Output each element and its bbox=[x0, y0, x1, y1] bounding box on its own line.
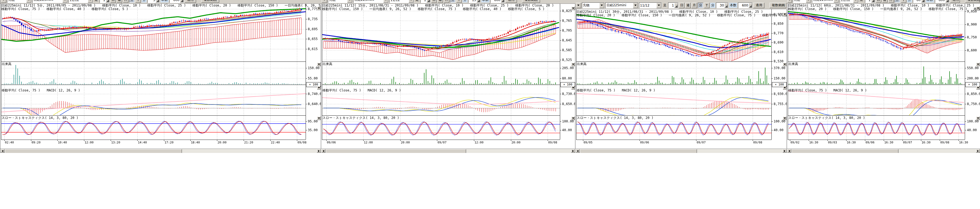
pane-collapse-button[interactable] bbox=[317, 6, 321, 10]
period-day-button[interactable]: 日 bbox=[110, 0, 116, 3]
chart-canvas[interactable] bbox=[575, 0, 787, 153]
scrollbar-thumb[interactable] bbox=[5, 149, 182, 153]
pane-collapse-button[interactable] bbox=[976, 116, 980, 120]
pane-collapse-button[interactable] bbox=[783, 62, 786, 66]
chart-canvas[interactable] bbox=[787, 0, 980, 153]
period-minute-button[interactable]: 分 bbox=[129, 0, 135, 3]
spinner-button[interactable] bbox=[945, 0, 949, 2]
scroll-left-button[interactable] bbox=[321, 149, 326, 153]
period-tick-button[interactable]: T bbox=[704, 3, 710, 8]
scroll-right-button[interactable] bbox=[976, 149, 980, 153]
horizontal-scrollbar[interactable] bbox=[321, 148, 575, 153]
combo-arrow-button[interactable] bbox=[806, 0, 811, 3]
period-minute-button[interactable]: 分 bbox=[698, 3, 703, 8]
pane-collapse-button[interactable] bbox=[571, 6, 575, 10]
window-menu-button[interactable] bbox=[1, 0, 6, 3]
spinner-button[interactable] bbox=[871, 0, 875, 2]
category-select[interactable]: 先物 bbox=[582, 2, 605, 8]
pane-collapse-button[interactable] bbox=[571, 116, 575, 120]
multi-symbol-button[interactable]: 複数銘柄 bbox=[770, 3, 786, 8]
pane-collapse-button[interactable] bbox=[317, 116, 321, 120]
scrollbar-thumb[interactable] bbox=[792, 149, 899, 153]
scroll-left-button[interactable] bbox=[576, 149, 580, 153]
minute-spinner[interactable]: 60 bbox=[913, 0, 925, 3]
spinner-button[interactable] bbox=[501, 0, 504, 2]
chart-canvas[interactable] bbox=[0, 0, 321, 153]
period-week-button[interactable]: 週 bbox=[117, 0, 122, 3]
symbol-select[interactable]: 日経225mini bbox=[812, 0, 839, 3]
spinner-button[interactable] bbox=[180, 0, 183, 2]
spinner-button[interactable] bbox=[156, 0, 159, 2]
spinner-button[interactable] bbox=[426, 0, 430, 2]
combo-arrow-button[interactable] bbox=[853, 0, 858, 3]
combo-arrow-button[interactable] bbox=[633, 3, 638, 8]
horizontal-scrollbar[interactable] bbox=[575, 148, 787, 153]
window-menu-button[interactable] bbox=[788, 0, 792, 3]
period-week-button[interactable]: 週 bbox=[882, 0, 888, 3]
period-day-button[interactable]: 日 bbox=[876, 0, 881, 3]
pane-collapse-button[interactable] bbox=[976, 86, 980, 89]
spinner-button[interactable] bbox=[106, 0, 109, 2]
pane-collapse-button[interactable] bbox=[783, 13, 786, 16]
contract-select[interactable]: 11/12 bbox=[390, 0, 414, 3]
combo-arrow-button[interactable] bbox=[347, 0, 352, 3]
chart-canvas[interactable] bbox=[321, 0, 575, 153]
bars-spinner[interactable]: 600 bbox=[169, 0, 184, 3]
spinner-button[interactable] bbox=[675, 3, 678, 8]
apply-button[interactable]: 適用 bbox=[185, 0, 196, 3]
pane-collapse-button[interactable] bbox=[317, 62, 321, 66]
category-select[interactable]: 先物 bbox=[328, 0, 352, 3]
pane-collapse-button[interactable] bbox=[783, 86, 786, 89]
period-tick-button[interactable]: T bbox=[456, 0, 462, 3]
period-week-button[interactable]: 週 bbox=[438, 0, 443, 3]
category-select[interactable]: 先物 bbox=[793, 0, 811, 3]
scroll-right-button[interactable] bbox=[317, 149, 321, 153]
window-menu-button[interactable] bbox=[322, 0, 327, 3]
pane-collapse-button[interactable] bbox=[571, 62, 575, 66]
period-month-button[interactable]: 月 bbox=[692, 3, 697, 8]
combo-arrow-button[interactable] bbox=[656, 3, 661, 8]
window-menu-button[interactable] bbox=[576, 3, 581, 8]
horizontal-scrollbar[interactable] bbox=[0, 148, 321, 153]
contract-select[interactable]: 11/12 bbox=[840, 0, 859, 3]
multi-symbol-button[interactable]: 複数銘柄 bbox=[201, 0, 219, 3]
period-week-button[interactable]: 週 bbox=[685, 3, 690, 8]
period-month-button[interactable]: 月 bbox=[888, 0, 894, 3]
combo-arrow-button[interactable] bbox=[383, 0, 388, 3]
ashi-spinner[interactable]: 1 bbox=[100, 0, 110, 3]
scrollbar-thumb[interactable] bbox=[326, 149, 466, 153]
ashi-spinner[interactable]: 1 bbox=[420, 0, 430, 3]
period-month-button[interactable]: 月 bbox=[444, 0, 449, 3]
horizontal-scrollbar[interactable] bbox=[787, 148, 980, 153]
period-day-button[interactable]: 日 bbox=[431, 0, 437, 3]
pane-collapse-button[interactable] bbox=[976, 62, 980, 66]
bars-spinner[interactable]: 600 bbox=[935, 0, 949, 3]
spinner-button[interactable] bbox=[921, 0, 925, 2]
scroll-right-button[interactable] bbox=[571, 149, 575, 153]
apply-button[interactable]: 適用 bbox=[506, 0, 517, 3]
scroll-left-button[interactable] bbox=[787, 149, 791, 153]
multi-symbol-button[interactable]: 複数銘柄 bbox=[522, 0, 540, 3]
scroll-left-button[interactable] bbox=[0, 149, 5, 153]
symbol-select[interactable]: 日経225mini bbox=[353, 0, 388, 3]
category-select[interactable]: 先物 bbox=[7, 0, 32, 3]
period-tick-button[interactable]: T bbox=[901, 0, 906, 3]
pane-collapse-button[interactable] bbox=[976, 6, 980, 10]
pane-collapse-button[interactable] bbox=[571, 86, 575, 89]
spinner-button[interactable] bbox=[724, 3, 728, 8]
spinner-button[interactable] bbox=[477, 0, 480, 2]
contract-select[interactable]: 11/12 bbox=[68, 0, 93, 3]
combo-arrow-button[interactable] bbox=[834, 0, 838, 3]
bars-spinner[interactable]: 600 bbox=[738, 2, 752, 8]
symbol-select[interactable]: 日経225mini bbox=[32, 0, 68, 3]
scroll-right-button[interactable] bbox=[783, 149, 787, 153]
bars-spinner[interactable]: 600 bbox=[490, 0, 505, 3]
apply-button[interactable]: 適用 bbox=[753, 3, 764, 8]
multi-symbol-button[interactable]: 複数銘柄 bbox=[965, 0, 980, 3]
combo-arrow-button[interactable] bbox=[409, 0, 414, 3]
period-month-button[interactable]: 月 bbox=[123, 0, 128, 3]
ashi-spinner[interactable]: 1 bbox=[668, 2, 678, 8]
apply-button[interactable]: 適用 bbox=[950, 0, 960, 3]
minute-spinner[interactable]: 30 bbox=[716, 2, 728, 8]
spinner-button[interactable] bbox=[749, 3, 752, 8]
